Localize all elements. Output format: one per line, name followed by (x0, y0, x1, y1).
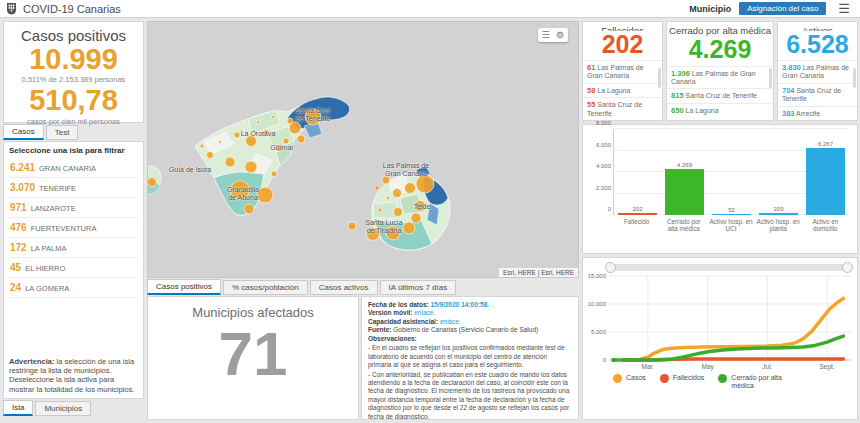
info-row-fecha-de-los-datos: Fecha de los datos: 15/9/2020 14:00:58. (368, 301, 572, 309)
stat-card-item: 815 Santa Cruz de Tenerife (667, 88, 773, 102)
stat-card-activos: Activos6.5283.830 Las Palmas de Gran Can… (777, 21, 858, 121)
island-row-gran-canaria[interactable]: 6.241GRAN CANARIA (9, 158, 138, 178)
info-row-versi-n-m-vil: Versión móvil: enlace. (368, 309, 572, 317)
bar-category-label: Activo en domicilio (803, 215, 848, 232)
bar-rect (665, 169, 705, 215)
svg-text:5.000: 5.000 (591, 329, 607, 335)
island-filter-heading: Seleccione una isla para filtrar (9, 146, 138, 158)
island-row-fuerteventura[interactable]: 476FUERTEVENTURA (9, 218, 138, 238)
casos-positivos-title: Casos positivos (4, 27, 143, 44)
tab-casos-positivos[interactable]: Casos positivos (147, 279, 221, 295)
island-row-la-gomera[interactable]: 24LA GOMERA (9, 278, 138, 298)
info-notes-panel[interactable]: Fecha de los datos: 15/9/2020 14:00:58.V… (361, 296, 579, 420)
tab-test[interactable]: Test (46, 125, 79, 140)
island-name: TENERIFE (39, 184, 76, 193)
island-list: 6.241GRAN CANARIA3.070TENERIFE971LANZARO… (9, 158, 138, 298)
legend-item-cerrado-por-alta-m-dica[interactable]: Cerrado por alta médica (718, 374, 788, 390)
bar-category-label: Fallecido (614, 215, 659, 232)
legend-item-fallecidos[interactable]: Fallecidos (660, 374, 705, 390)
bar-category-label: Activo hosp. en planta (756, 215, 801, 232)
island-row-la-palma[interactable]: 172LA PALMA (9, 238, 138, 258)
stat-item-name: Santa Cruz de Tenerife (587, 101, 642, 116)
asignacion-del-caso-button[interactable]: Asignación del caso (739, 2, 826, 15)
bar-ytick: 6.000 (596, 142, 614, 148)
stat-item-name: La Laguna (686, 107, 719, 114)
municipio-label: Municipio (689, 4, 731, 14)
tab-casos[interactable]: Casos (3, 124, 44, 140)
island-row-lanzarote[interactable]: 971LANZAROTE (9, 198, 138, 218)
info-value: 15/9/2020 14:00:58. (431, 301, 490, 308)
info-label: Fuente: (368, 326, 391, 333)
legend-label: Casos (626, 374, 646, 382)
bar-category-label: Activo hosp. en UCI (709, 215, 754, 232)
info-value[interactable]: enlace. (414, 309, 435, 316)
stat-card-item: 61 Las Palmas de Gran Canaria (583, 60, 662, 83)
info-label: Capacidad asistencial: (368, 318, 438, 325)
bar-activo-hosp-en-planta[interactable]: 209 (759, 129, 799, 215)
scrollbar-thumb[interactable] (769, 68, 772, 88)
basemap-gear-icon[interactable]: ⚙ (556, 30, 564, 40)
tab-ia-ltimos-7-d-as[interactable]: IA últimos 7 días (380, 280, 457, 295)
tab-municipios[interactable]: Municipios (35, 401, 91, 416)
info-bullet: - Con anterioridad, se publicaban en est… (368, 371, 572, 421)
stat-card-title: Cerrado por alta médica (667, 22, 773, 36)
tab-isla[interactable]: Isla (3, 400, 33, 416)
isla-municipios-tabs: IslaMunicipios (3, 400, 91, 416)
page-title: COVID-19 Canarias (23, 3, 121, 15)
stat-item-value: 650 (671, 106, 684, 115)
bar-fallecido[interactable]: 202 (618, 129, 658, 215)
stat-item-value: 58 (587, 86, 595, 95)
casos-rate-value: 510,78 (4, 85, 143, 115)
scrollbar-thumb[interactable] (658, 68, 661, 88)
bar-ytick: 8.000 (596, 120, 614, 126)
casos-test-tabs: CasosTest (3, 124, 78, 140)
stat-item-name: Arrecife (796, 110, 820, 117)
municipios-afectados-value: 71 (148, 320, 358, 388)
time-range-slider[interactable] (609, 264, 849, 271)
stat-card-total: 4.269 (667, 36, 773, 66)
island-value: 45 (10, 262, 21, 273)
line-chart-legend: CasosFallecidosCerrado por alta médica (613, 374, 855, 390)
svg-text:May: May (701, 363, 714, 371)
bar-value-label: 209 (773, 206, 783, 212)
island-row-tenerife[interactable]: 3.070TENERIFE (9, 178, 138, 198)
line-chart: 05.00010.00015.000Mar.MayJul.Sept. (583, 272, 857, 372)
bar-activo-hosp-en-uci[interactable]: 52 (712, 129, 752, 215)
scrollbar-thumb[interactable] (853, 68, 856, 88)
island-name: LA GOMERA (25, 284, 69, 293)
bar-cerrado-por-alta-m-dica[interactable]: 4.269 (665, 129, 705, 215)
stat-card-item: 704 Santa Cruz de Tenerife (778, 83, 857, 106)
stat-card-item: 3.830 Las Palmas de Gran Canaria (778, 60, 857, 83)
island-value: 3.070 (10, 182, 35, 193)
stat-item-name: Santa Cruz de Tenerife (686, 92, 757, 99)
stat-item-value: 383 (782, 109, 795, 118)
legend-icon[interactable]: ☰ (542, 30, 550, 40)
stat-item-value: 1.396 (671, 69, 690, 78)
menu-hamburger-icon[interactable]: ☰ (834, 2, 854, 15)
island-value: 172 (10, 242, 27, 253)
bar-activo-en-domicilio[interactable]: 6.267 (806, 129, 846, 215)
bar-chart-plot: 02.0004.0006.0008.000 2024.269522096.267 (613, 129, 849, 215)
island-row-el-hierro[interactable]: 45EL HIERRO (9, 258, 138, 278)
legend-item-casos[interactable]: Casos (613, 374, 646, 390)
tab-casos-poblaci-n[interactable]: % casos/población (223, 280, 308, 295)
stat-item-name: La Laguna (597, 87, 630, 94)
map-canvas[interactable]: La OrotavaSanta Cruz de TenerifeGüímarGu… (147, 21, 579, 278)
island-name: FUERTEVENTURA (31, 224, 97, 233)
stat-item-value: 61 (587, 63, 595, 72)
info-bullet: - En el cuadro se reflejan los positivos… (368, 344, 572, 369)
stat-item-value: 55 (587, 100, 595, 109)
bar-rect (712, 214, 752, 215)
legend-dot (613, 374, 622, 383)
stat-card-item: 58 La Laguna (583, 83, 662, 97)
stat-card-total: 202 (583, 31, 662, 61)
bar-value-label: 52 (728, 207, 735, 213)
bar-category-labels: FallecidoCerrado por alta médicaActivo h… (613, 215, 849, 232)
stat-card-total: 6.528 (778, 31, 857, 61)
tab-casos-activos[interactable]: Casos activos (310, 280, 378, 295)
municipios-afectados-card: Municipios afectados 71 (147, 296, 359, 420)
island-warning: Advertencia: la selección de una isla re… (9, 357, 138, 395)
info-value[interactable]: enlace. (440, 318, 461, 325)
bar-ytick: 4.000 (596, 163, 614, 169)
stat-card-cerrado-por-alta-m-dica: Cerrado por alta médica4.2691.396 Las Pa… (666, 21, 774, 121)
